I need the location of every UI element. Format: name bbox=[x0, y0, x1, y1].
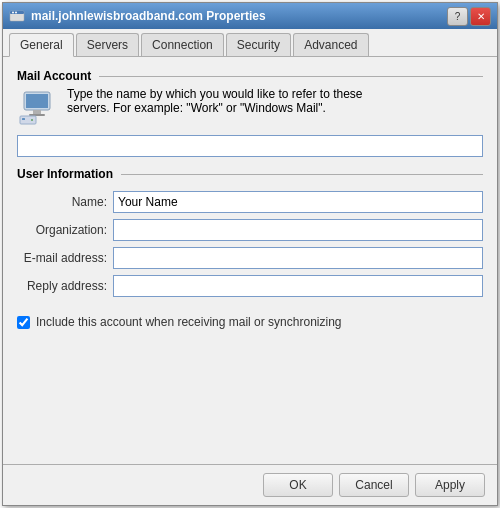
tab-general[interactable]: General bbox=[9, 33, 74, 57]
sync-checkbox-row: Include this account when receiving mail… bbox=[17, 315, 483, 329]
mail-account-body: Type the name by which you would like to… bbox=[17, 87, 483, 127]
ok-button[interactable]: OK bbox=[263, 473, 333, 497]
sync-checkbox[interactable] bbox=[17, 316, 30, 329]
tab-advanced[interactable]: Advanced bbox=[293, 33, 368, 56]
mail-account-divider bbox=[99, 76, 483, 77]
organization-field-row: Organization: bbox=[17, 219, 483, 241]
user-info-header: User Information bbox=[17, 167, 483, 181]
name-input[interactable] bbox=[113, 191, 483, 213]
content-spacer bbox=[17, 339, 483, 452]
svg-rect-8 bbox=[20, 116, 36, 124]
title-bar-buttons: ? ✕ bbox=[447, 7, 491, 26]
svg-point-2 bbox=[12, 12, 14, 14]
mail-account-header: Mail Account bbox=[17, 69, 483, 83]
reply-field-row: Reply address: bbox=[17, 275, 483, 297]
account-name-input[interactable] bbox=[17, 135, 483, 157]
mail-account-description: Type the name by which you would like to… bbox=[67, 87, 363, 115]
button-bar: OK Cancel Apply bbox=[3, 464, 497, 505]
email-input[interactable] bbox=[113, 247, 483, 269]
mail-account-title: Mail Account bbox=[17, 69, 91, 83]
window-title: mail.johnlewisbroadband.com Properties bbox=[31, 9, 266, 23]
organization-input[interactable] bbox=[113, 219, 483, 241]
email-field-row: E-mail address: bbox=[17, 247, 483, 269]
user-information-section: User Information Name: Organization: E-m… bbox=[17, 167, 483, 297]
svg-rect-5 bbox=[26, 94, 48, 108]
apply-button[interactable]: Apply bbox=[415, 473, 485, 497]
cancel-button[interactable]: Cancel bbox=[339, 473, 409, 497]
name-label: Name: bbox=[17, 195, 107, 209]
close-button[interactable]: ✕ bbox=[470, 7, 491, 26]
user-info-title: User Information bbox=[17, 167, 113, 181]
server-svg bbox=[18, 88, 56, 126]
description-line1: Type the name by which you would like to… bbox=[67, 87, 363, 101]
email-label: E-mail address: bbox=[17, 251, 107, 265]
help-button[interactable]: ? bbox=[447, 7, 468, 26]
name-field-row: Name: bbox=[17, 191, 483, 213]
svg-rect-6 bbox=[33, 110, 41, 114]
sync-checkbox-label[interactable]: Include this account when receiving mail… bbox=[36, 315, 342, 329]
content-area: Mail Account bbox=[3, 57, 497, 464]
tab-security[interactable]: Security bbox=[226, 33, 291, 56]
properties-window: mail.johnlewisbroadband.com Properties ?… bbox=[2, 2, 498, 506]
user-info-divider bbox=[121, 174, 483, 175]
title-bar-left: mail.johnlewisbroadband.com Properties bbox=[9, 8, 266, 24]
svg-point-10 bbox=[31, 119, 33, 121]
reply-input[interactable] bbox=[113, 275, 483, 297]
svg-point-3 bbox=[15, 12, 17, 14]
server-icon bbox=[17, 87, 57, 127]
window-icon bbox=[9, 8, 25, 24]
description-line2: servers. For example: "Work" or "Windows… bbox=[67, 101, 326, 115]
mail-account-section: Mail Account bbox=[17, 69, 483, 157]
svg-rect-9 bbox=[22, 118, 25, 120]
tab-bar: General Servers Connection Security Adva… bbox=[3, 29, 497, 57]
organization-label: Organization: bbox=[17, 223, 107, 237]
title-bar: mail.johnlewisbroadband.com Properties ?… bbox=[3, 3, 497, 29]
tab-connection[interactable]: Connection bbox=[141, 33, 224, 56]
reply-label: Reply address: bbox=[17, 279, 107, 293]
tab-servers[interactable]: Servers bbox=[76, 33, 139, 56]
